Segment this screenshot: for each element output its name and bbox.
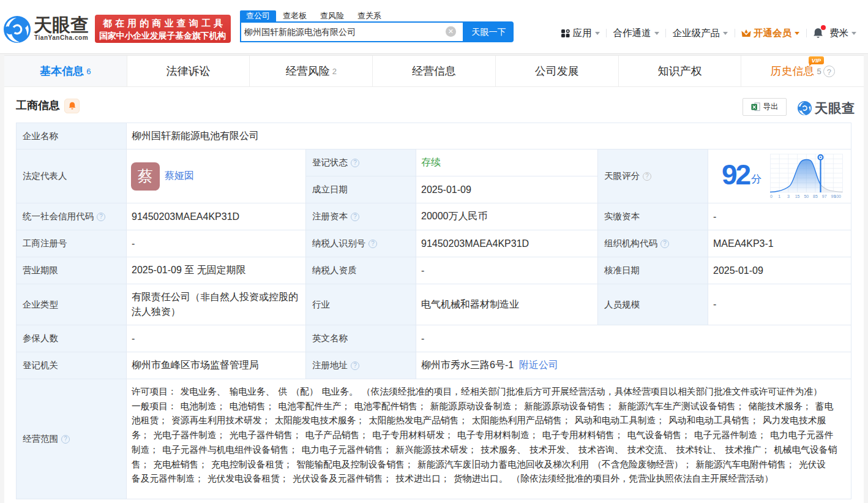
- svg-text:1: 1: [778, 194, 780, 199]
- svg-text:97: 97: [822, 194, 827, 199]
- svg-text:50: 50: [804, 194, 809, 199]
- svg-text:85: 85: [813, 194, 818, 199]
- svg-text:15: 15: [795, 194, 800, 199]
- svg-text:3: 3: [787, 194, 790, 199]
- svg-text:100: 100: [834, 194, 841, 199]
- svg-text:0: 0: [770, 194, 773, 199]
